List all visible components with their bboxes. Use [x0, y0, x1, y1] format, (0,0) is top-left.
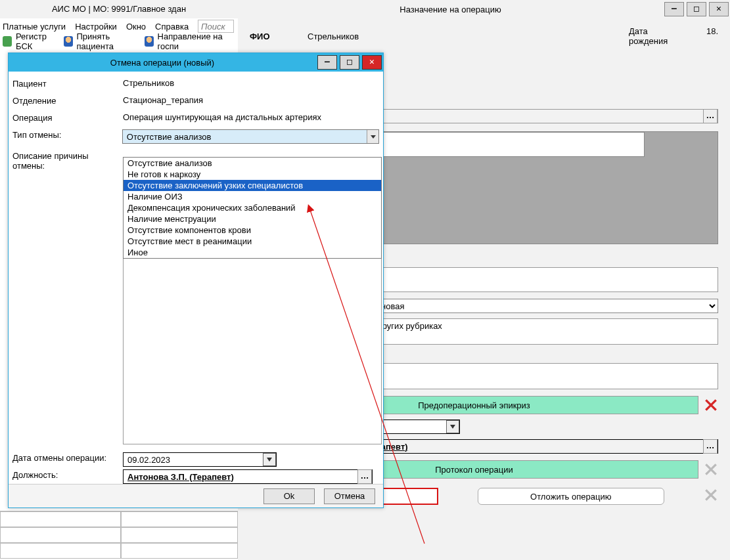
tool-accept[interactable]: Принять пациента — [77, 32, 141, 51]
option-5[interactable]: Наличие менструации — [124, 213, 381, 225]
operation-value: Операция шунтирующая на дистальных артер… — [123, 112, 379, 122]
table-stub — [0, 511, 238, 559]
position-field[interactable]: Антонова З.П. (Терапевт) … — [123, 469, 373, 484]
tool-referral[interactable]: Направление на госпи — [158, 32, 235, 51]
cancel-type-combo[interactable]: Отсутствие анализов — [122, 129, 379, 144]
maximize-button[interactable]: □ — [687, 2, 706, 16]
dialog-title: Отмена операции (новый) — [9, 58, 316, 68]
referral-icon — [145, 36, 154, 47]
option-0[interactable]: Отсутствие анализов — [124, 158, 381, 169]
delete-icon[interactable] — [704, 462, 718, 477]
cancel-date-label: Дата отмены операции: — [12, 452, 123, 463]
option-3[interactable]: Наличие ОИЗ — [124, 191, 381, 202]
menu-paid[interactable]: Платные услуги — [3, 22, 66, 32]
reason-textarea[interactable] — [123, 248, 382, 444]
ok-button[interactable]: Ok — [263, 488, 315, 504]
cancel-type-dropdown[interactable]: Отсутствие анализов Не готов к наркозу О… — [123, 157, 382, 259]
dob-value: 18. — [706, 26, 718, 46]
dept-label: Отделение — [12, 95, 123, 106]
lookup-button[interactable]: … — [357, 469, 372, 484]
operation-label: Операция — [12, 112, 123, 123]
registry-icon — [3, 36, 12, 47]
fio-label: ФИО — [250, 32, 308, 41]
tool-registry[interactable]: Регистр БСК — [16, 32, 60, 51]
cancel-operation-dialog: Отмена операции (новый) — □ ✕ ПациентСтр… — [8, 53, 384, 508]
op-type-select[interactable]: плановая — [361, 299, 718, 313]
option-7[interactable]: Отсутствие мест в реанимации — [124, 236, 381, 247]
close-button[interactable]: ✕ — [362, 55, 382, 70]
cancel-date-input[interactable]: 09.02.2023 — [123, 452, 277, 467]
postpone-operation-button[interactable]: Отложить операцию — [478, 488, 665, 505]
menu-window[interactable]: Окно — [126, 22, 146, 32]
menu-settings[interactable]: Настройки — [75, 22, 117, 32]
position-label: Должность: — [12, 469, 123, 480]
menu-help[interactable]: Справка — [155, 22, 189, 32]
dept-value: Стационар_терапия — [123, 95, 379, 105]
search-input[interactable] — [198, 20, 234, 33]
toolbar: Регистр БСК Принять пациента Направление… — [0, 34, 238, 49]
option-8[interactable]: Иное — [124, 247, 381, 258]
reason-label: Описание причины отмены: — [12, 150, 123, 171]
patient-value: Стрельников — [123, 78, 379, 88]
chevron-down-icon[interactable] — [367, 130, 378, 143]
patient-label: Пациент — [12, 78, 123, 89]
minimize-button[interactable]: — — [317, 55, 337, 70]
option-6[interactable]: Отсутствие компонентов крови — [124, 225, 381, 236]
option-4[interactable]: Декомпенсация хронических заболеваний — [124, 202, 381, 213]
chevron-down-icon[interactable] — [446, 420, 459, 433]
cancel-type-label: Тип отмены: — [12, 129, 122, 140]
patient-icon — [64, 36, 73, 47]
cancel-button[interactable]: Отмена — [324, 488, 375, 504]
main-window-title: АИС МО | МО: 9991/Главное здан — [0, 0, 238, 18]
dob-label: Дата рождения — [629, 26, 687, 46]
assignment-title: Назначение на операцию — [238, 5, 663, 14]
chevron-down-icon[interactable] — [263, 453, 276, 466]
close-button[interactable]: ✕ — [709, 2, 729, 16]
delete-icon[interactable] — [704, 488, 718, 502]
option-2[interactable]: Отсутствие заключений узких специалистов — [124, 180, 381, 191]
fio-value: Стрельников — [308, 32, 445, 41]
minimize-button[interactable]: — — [664, 2, 684, 16]
option-1[interactable]: Не готов к наркозу — [124, 169, 381, 180]
lookup-button[interactable]: … — [703, 109, 718, 123]
maximize-button[interactable]: □ — [340, 55, 359, 70]
delete-icon[interactable] — [704, 398, 718, 412]
lookup-button[interactable]: … — [703, 439, 718, 454]
